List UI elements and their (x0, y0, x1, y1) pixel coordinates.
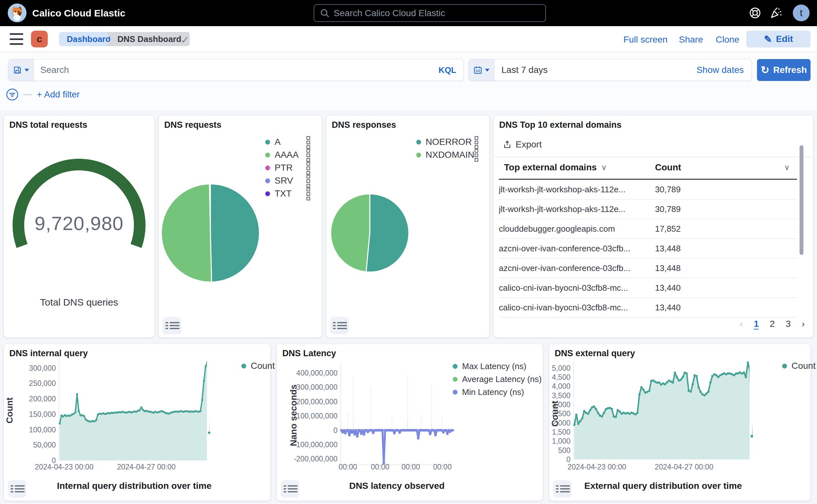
panel-title: DNS Top 10 external domains (499, 120, 621, 130)
legend-item-ptr[interactable]: PTR (265, 163, 293, 173)
column-header-domains[interactable]: Top external domains ∨ (504, 157, 607, 178)
kql-search-input[interactable] (34, 65, 431, 75)
whats-new-popper-icon[interactable] (769, 6, 783, 20)
calendar-menu[interactable] (469, 59, 494, 81)
export-button[interactable]: Export (503, 139, 542, 150)
table-row[interactable]: calico-cni-ivan-byocni-03cfb8-mc... 13,4… (499, 298, 797, 318)
table-row[interactable]: jlt-worksh-jlt-workshop-aks-112e... 30,7… (499, 199, 797, 219)
legend-list-toggle[interactable] (163, 317, 181, 334)
legend-actions-icon[interactable] (307, 149, 311, 163)
legend-actions-icon[interactable] (475, 149, 479, 163)
panel-dns-top-domains: DNS Top 10 external domains Export Top e… (494, 116, 813, 338)
calico-logo[interactable] (8, 4, 26, 22)
panel-dns-requests: DNS requests A AAAA PTR SRV TXT (159, 116, 322, 338)
y-axis-label: Count (5, 398, 15, 424)
svg-text:300,000,000: 300,000,000 (296, 383, 338, 391)
svg-text:0: 0 (333, 426, 338, 435)
help-lifering-icon[interactable] (748, 6, 762, 20)
global-search[interactable] (314, 4, 546, 22)
global-search-input[interactable] (334, 8, 534, 18)
table-row[interactable]: azcni-over-ivan-conference-03cfb... 13,4… (499, 258, 797, 278)
svg-text:100,000,000: 100,000,000 (296, 412, 338, 420)
show-dates-button[interactable]: Show dates (697, 65, 751, 75)
legend-dot (416, 153, 421, 157)
legend-list-toggle[interactable] (281, 480, 299, 498)
legend-item-min-latency[interactable]: Min Latency (ns) (453, 387, 524, 397)
legend-item-noerror[interactable]: NOERROR (416, 137, 472, 147)
legend-item-avg-latency[interactable]: Average Latency (ns) (453, 374, 542, 384)
page-next[interactable]: › (802, 319, 805, 329)
legend-list-toggle[interactable] (8, 480, 26, 498)
column-header-count[interactable]: Count (655, 157, 681, 178)
chart-caption: DNS latency observed (349, 481, 445, 491)
query-bar: KQL (8, 59, 464, 81)
legend-item-a[interactable]: A (265, 137, 281, 147)
clone-button[interactable]: Clone (716, 35, 739, 45)
full-screen-button[interactable]: Full screen (623, 35, 668, 45)
project-badge[interactable]: c (31, 31, 48, 47)
sort-chevron-icon: ∨ (784, 163, 790, 172)
legend-item-srv[interactable]: SRV (265, 176, 293, 186)
legend-dot (265, 178, 270, 183)
legend-item-nxdomain[interactable]: NXDOMAIN (416, 150, 474, 160)
legend-dot (453, 364, 458, 369)
legend-item-count[interactable]: Count (241, 361, 275, 371)
svg-text:1,500: 1,500 (552, 428, 570, 436)
legend-item-count[interactable]: Count (782, 361, 816, 371)
filter-icon[interactable] (6, 88, 19, 101)
legend-item-txt[interactable]: TXT (265, 188, 292, 199)
page-2[interactable]: 2 (770, 319, 775, 329)
svg-text:00:00: 00:00 (401, 463, 420, 471)
pencil-icon: ✎ (764, 34, 772, 45)
gauge-value: 9,720,980 (4, 212, 154, 235)
page-1[interactable]: 1 (754, 319, 759, 329)
breadcrumb-current[interactable]: DNS Dashboard (106, 32, 190, 46)
svg-text:3,500: 3,500 (552, 391, 570, 400)
legend-actions-icon[interactable] (307, 136, 311, 150)
svg-text:250,000: 250,000 (29, 379, 56, 388)
svg-text:4,000: 4,000 (552, 382, 570, 390)
legend-actions-icon[interactable] (475, 136, 479, 150)
panel-dns-internal-query: DNS internal query 300,000250,000200,000… (4, 344, 270, 501)
time-range-value[interactable]: Last 7 days (494, 65, 697, 75)
add-filter-button[interactable]: + Add filter (37, 89, 80, 100)
svg-text:200,000: 200,000 (29, 395, 56, 403)
legend-item-aaaa[interactable]: AAAA (265, 150, 299, 160)
gauge-caption: Total DNS queries (4, 297, 154, 308)
svg-text:2024-04-23 00:00: 2024-04-23 00:00 (35, 463, 94, 471)
svg-text:2024-04-27 00:00: 2024-04-27 00:00 (655, 463, 713, 471)
user-avatar[interactable]: t (793, 5, 810, 21)
edit-button[interactable]: ✎ Edit (746, 31, 811, 47)
table-row[interactable]: azcni-over-ivan-conference-03cfb... 13,4… (499, 239, 797, 258)
legend-actions-icon[interactable] (307, 162, 311, 176)
page-3[interactable]: 3 (786, 319, 791, 329)
saved-query-menu[interactable] (8, 59, 34, 81)
legend-dot (782, 364, 787, 368)
kql-language-button[interactable]: KQL (431, 65, 463, 75)
refresh-button[interactable]: ↻ Refresh (757, 59, 811, 81)
table-row[interactable]: jlt-worksh-jlt-workshop-aks-112e... 30,7… (499, 180, 797, 199)
panel-dns-external-query: DNS external query 5,0004,5004,0003,5003… (549, 344, 811, 501)
svg-text:2024-04-27 00:00: 2024-04-27 00:00 (117, 463, 176, 471)
legend-item-max-latency[interactable]: Max Latency (ns) (453, 361, 526, 371)
area-chart: 300,000250,000200,000150,000100,00050,00… (4, 344, 270, 501)
table-row[interactable]: calico-cni-ivan-byocni-03cfb8-mc... 13,4… (499, 278, 797, 298)
table-scrollbar[interactable] (800, 145, 803, 255)
panel-dns-total-requests: DNS total requests 9,720,980 Total DNS q… (4, 116, 154, 338)
legend-actions-icon[interactable] (307, 188, 311, 201)
chart-caption: Internal query distribution over time (57, 481, 211, 491)
svg-text:150,000: 150,000 (29, 410, 56, 418)
legend-list-toggle[interactable] (553, 480, 572, 498)
page-prev[interactable]: ‹ (740, 319, 743, 329)
filter-divider (23, 94, 32, 95)
legend-list-toggle[interactable] (330, 317, 349, 334)
column-sort-icon[interactable]: ∨ (784, 157, 790, 178)
menu-hamburger-icon[interactable] (10, 33, 23, 45)
table-row[interactable]: clouddebugger.googleapis.com 17,852 (499, 219, 797, 239)
panel-dns-responses: DNS responses NOERROR NXDOMAIN (326, 116, 489, 338)
dashboard-header-bar: c Dashboard DNS Dashboard ✓ Full screen … (0, 26, 817, 52)
legend-actions-icon[interactable] (307, 175, 311, 188)
calendar-icon (473, 66, 482, 75)
pie-chart (159, 116, 322, 338)
share-button[interactable]: Share (679, 35, 703, 45)
